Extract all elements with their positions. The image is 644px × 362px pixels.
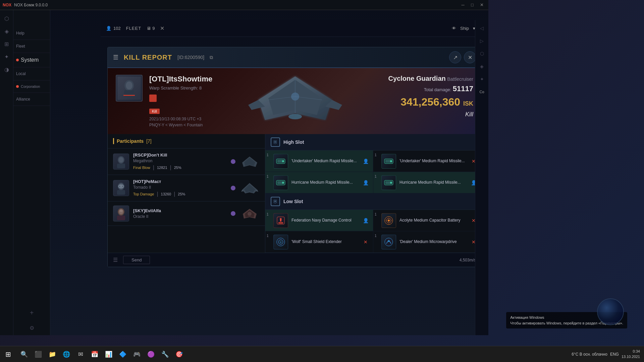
nav-item-fleet[interactable]: Fleet — [13, 40, 50, 53]
ship-class: Cyclone Guardian — [388, 75, 446, 82]
high-slot-item-3[interactable]: 1 Hurricane Medium Rapid Missile. — [265, 172, 373, 193]
participant-item-3[interactable]: [SKY]EvilAlfa Oracle II — [108, 201, 265, 226]
svg-point-5 — [288, 114, 302, 119]
clock-time: 0:34 — [622, 349, 640, 354]
close-button[interactable]: ✕ — [478, 2, 486, 8]
svg-rect-19 — [117, 190, 125, 195]
low-slot-item-2[interactable]: 1 — [373, 210, 481, 231]
left-sidebar: ⬡ ◈ ⊞ ✦ ◑ — [0, 10, 13, 335]
title-bar: NOX NOX Бомж 9.0.0.0 ─ □ ✕ — [0, 0, 488, 10]
sidebar-icon-3[interactable]: ⊞ — [1, 38, 12, 50]
game-window: NOX NOX Бомж 9.0.0.0 ─ □ ✕ ⬡ ◈ ⊞ ✦ ◑ Hel… — [0, 0, 488, 335]
right-game-sidebar: ◁ ▷ ⬡ ◈ ✦ Co — [475, 20, 488, 335]
kill-stats: Cyclone Guardian Battlecruiser Total dam… — [388, 75, 473, 118]
taskbar-app4[interactable]: 🎯 — [172, 348, 186, 361]
right-icon-2[interactable]: ▷ — [477, 36, 487, 46]
globe-widget — [597, 298, 624, 325]
nav-item-local[interactable]: Local — [13, 67, 50, 80]
taskbar-mail[interactable]: ✉ — [74, 348, 87, 361]
low-slot-title: Low Slot — [283, 199, 303, 204]
nav-item-system[interactable]: System — [13, 53, 50, 67]
svg-point-43 — [282, 182, 284, 184]
high-slot-name-2: 'Undertaker' Medium Rapid Missile... — [399, 159, 467, 164]
svg-point-37 — [282, 160, 284, 162]
sidebar-icon-5[interactable]: ◑ — [1, 64, 12, 75]
nav-add-button[interactable]: + — [13, 305, 50, 321]
taskbar-edge[interactable]: 🔷 — [116, 348, 129, 361]
right-icon-1[interactable]: ◁ — [477, 23, 487, 34]
ls-action-1[interactable]: 👤 — [362, 217, 369, 224]
right-icon-5[interactable]: ✦ — [477, 74, 487, 84]
high-slot-item-2[interactable]: 1 'Undertaker' Medium Rapid Missi — [373, 150, 481, 172]
header-actions: ↗ ✕ — [449, 51, 476, 63]
main-content: 👤 102 FLEET 🖥 9 ✕ 👁 Ship ▾ ⊟ — [50, 10, 488, 335]
low-slot-item-3[interactable]: 1 + 'Wolf' Small Shield Extender — [265, 231, 373, 253]
low-slot-name-4: 'Dealer' Medium Microwarpdrive — [399, 239, 467, 245]
maximize-button[interactable]: □ — [468, 2, 476, 8]
nav-item-alliance[interactable]: Alliance — [13, 93, 50, 106]
participant-item-2[interactable]: [HOT]РеМаст Tornado II Top Damage | 1326… — [108, 175, 265, 201]
copy-id-icon[interactable]: ⧉ — [210, 55, 213, 60]
nav-item-help[interactable]: Help — [13, 27, 50, 40]
ls-qty-1: 1 — [267, 213, 269, 216]
participant-name-3: [SKY]EvilAlfa — [133, 208, 227, 213]
close-report-button[interactable]: ✕ — [464, 51, 476, 63]
low-slot-item-4[interactable]: 1 'Dealer' Medium Microwarpdrive — [373, 231, 481, 253]
total-damage-label: Total damage: — [424, 87, 451, 92]
slot-action-3[interactable]: 👤 — [362, 179, 369, 186]
right-icon-3[interactable]: ⬡ — [477, 48, 487, 59]
kill-result: Kill — [388, 111, 473, 118]
nav-item-corporation[interactable]: Corporation — [13, 80, 50, 93]
kill-tag: Kill — [149, 109, 160, 114]
taskbar-file-explorer[interactable]: 📁 — [46, 348, 59, 361]
menu-icon[interactable]: ☰ — [113, 54, 118, 61]
sidebar-icon-4[interactable]: ✦ — [1, 51, 12, 62]
sidebar-icon-2[interactable]: ◈ — [1, 25, 12, 37]
ls-action-3[interactable]: ✕ — [362, 239, 369, 245]
start-button[interactable]: ⊞ — [0, 346, 16, 362]
slots-panel: ⛨ High Slot 1 — [265, 134, 481, 253]
ls-icon-1 — [273, 213, 288, 228]
ship-illustration — [236, 71, 354, 125]
person-icon-1: 👤 — [363, 159, 369, 164]
slot-icon-3 — [273, 175, 288, 190]
high-slots-grid: 1 'Undertaker' Medium Rapid Missi — [265, 150, 481, 193]
high-slot-item-1[interactable]: 1 'Undertaker' Medium Rapid Missi — [265, 150, 373, 172]
taskbar-office[interactable]: 📊 — [102, 348, 115, 361]
kill-report-title: KILL REPORT — [124, 54, 172, 61]
send-button[interactable]: Send — [123, 256, 150, 264]
slot-action-1[interactable]: 👤 — [362, 158, 369, 165]
taskbar-app2[interactable]: 🟣 — [144, 348, 158, 361]
person-icon-ls1: 👤 — [363, 218, 369, 223]
participant-ship-1: Megathron — [133, 159, 227, 163]
taskbar-tray: 6°C В осн. облачно ENG 0:34 13.10.2021 — [568, 349, 644, 359]
taskbar-calendar[interactable]: 📅 — [88, 348, 101, 361]
svg-text:+: + — [280, 241, 281, 244]
player-avatar — [116, 75, 143, 102]
minimize-button[interactable]: ─ — [459, 2, 467, 8]
participant-damage-2: 13260 — [161, 192, 171, 196]
corp-dot — [16, 85, 19, 88]
taskbar-task-view[interactable]: ⬛ — [32, 348, 45, 361]
high-slot-header: ⛨ High Slot — [265, 134, 481, 150]
top-damage-tag: Top Damage — [133, 192, 154, 196]
right-icon-co[interactable]: Co — [477, 86, 487, 97]
svg-point-40 — [390, 160, 392, 162]
right-icon-4[interactable]: ◈ — [477, 61, 487, 72]
low-slot-item-1[interactable]: 1 Federation Navy Damage Control — [265, 210, 373, 231]
low-slot-name-1: Federation Navy Damage Control — [291, 218, 359, 223]
high-slot-shield-icon: ⛨ — [271, 137, 280, 147]
taskbar-search[interactable]: 🔍 — [17, 348, 31, 361]
participant-name-2: [HOT]РеМаст — [133, 179, 227, 184]
nav-gear-button[interactable]: ⚙ — [13, 321, 50, 335]
slot-icon-1 — [273, 154, 288, 169]
taskbar-app3[interactable]: 🔧 — [158, 348, 172, 361]
participant-avatar-1 — [113, 154, 129, 170]
participant-info-1: [RSCP]Don't Kill Megathron Final Blow | … — [133, 153, 227, 171]
taskbar-chrome[interactable]: 🌐 — [60, 348, 73, 361]
taskbar-app1[interactable]: 🎮 — [130, 348, 144, 361]
sidebar-icon-1[interactable]: ⬡ — [1, 13, 12, 24]
export-button[interactable]: ↗ — [449, 51, 461, 63]
high-slot-item-4[interactable]: 1 Hurricane Medium Rapid Missile. — [373, 172, 481, 193]
participant-item[interactable]: [RSCP]Don't Kill Megathron Final Blow | … — [108, 148, 265, 175]
